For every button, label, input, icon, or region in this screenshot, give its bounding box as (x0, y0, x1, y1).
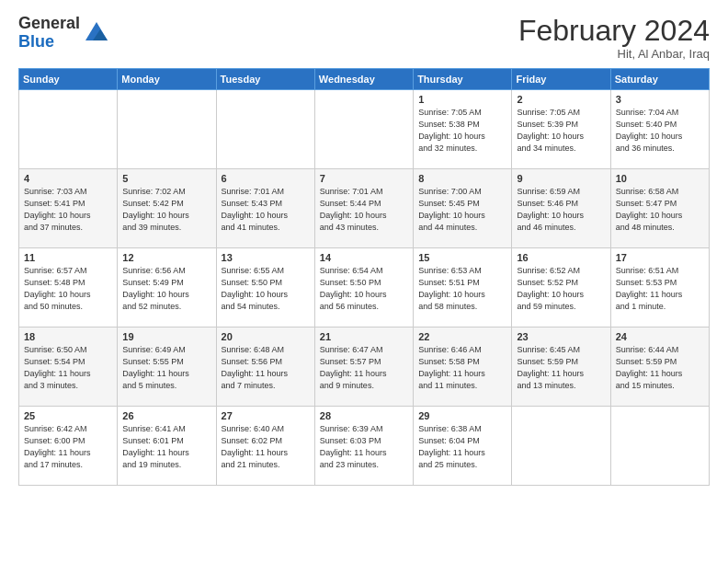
calendar-body: 1Sunrise: 7:05 AM Sunset: 5:38 PM Daylig… (19, 90, 710, 486)
logo-general-text: General (18, 15, 80, 33)
day-info: Sunrise: 7:04 AM Sunset: 5:40 PM Dayligh… (616, 107, 704, 155)
day-info: Sunrise: 6:49 AM Sunset: 5:55 PM Dayligh… (122, 344, 210, 392)
calendar-cell: 21Sunrise: 6:47 AM Sunset: 5:57 PM Dayli… (314, 327, 413, 407)
calendar-cell (512, 407, 610, 486)
day-number: 19 (122, 331, 210, 342)
calendar-cell: 5Sunrise: 7:02 AM Sunset: 5:42 PM Daylig… (118, 169, 216, 248)
day-info: Sunrise: 6:40 AM Sunset: 6:02 PM Dayligh… (222, 423, 310, 471)
weekday-header-friday: Friday (512, 69, 610, 90)
weekday-header-saturday: Saturday (610, 69, 709, 90)
day-info: Sunrise: 7:01 AM Sunset: 5:44 PM Dayligh… (320, 186, 408, 234)
calendar-cell: 2Sunrise: 7:05 AM Sunset: 5:39 PM Daylig… (512, 90, 610, 169)
week-row-1: 1Sunrise: 7:05 AM Sunset: 5:38 PM Daylig… (19, 90, 710, 169)
calendar-cell: 8Sunrise: 7:00 AM Sunset: 5:45 PM Daylig… (414, 169, 512, 248)
calendar-cell: 14Sunrise: 6:54 AM Sunset: 5:50 PM Dayli… (314, 248, 413, 327)
calendar-cell: 28Sunrise: 6:39 AM Sunset: 6:03 PM Dayli… (314, 407, 413, 486)
calendar-cell (216, 90, 314, 169)
day-info: Sunrise: 6:38 AM Sunset: 6:04 PM Dayligh… (418, 423, 506, 471)
calendar-cell: 12Sunrise: 6:56 AM Sunset: 5:49 PM Dayli… (118, 248, 216, 327)
day-number: 8 (418, 173, 506, 184)
calendar-cell (118, 90, 216, 169)
day-number: 15 (418, 252, 506, 263)
day-number: 21 (320, 331, 408, 342)
day-number: 9 (517, 173, 605, 184)
week-row-2: 4Sunrise: 7:03 AM Sunset: 5:41 PM Daylig… (19, 169, 710, 248)
calendar-cell: 20Sunrise: 6:48 AM Sunset: 5:56 PM Dayli… (216, 327, 314, 407)
calendar-cell: 4Sunrise: 7:03 AM Sunset: 5:41 PM Daylig… (19, 169, 118, 248)
day-info: Sunrise: 6:48 AM Sunset: 5:56 PM Dayligh… (222, 344, 310, 392)
logo-icon (84, 20, 109, 46)
calendar-cell: 25Sunrise: 6:42 AM Sunset: 6:00 PM Dayli… (19, 407, 118, 486)
month-title: February 2024 (518, 15, 710, 47)
day-number: 22 (418, 331, 506, 342)
day-info: Sunrise: 6:39 AM Sunset: 6:03 PM Dayligh… (320, 423, 408, 471)
day-info: Sunrise: 6:50 AM Sunset: 5:54 PM Dayligh… (24, 344, 112, 392)
week-row-5: 25Sunrise: 6:42 AM Sunset: 6:00 PM Dayli… (19, 407, 710, 486)
day-info: Sunrise: 6:51 AM Sunset: 5:53 PM Dayligh… (616, 265, 704, 313)
day-number: 29 (418, 410, 506, 421)
page: General Blue February 2024 Hit, Al Anbar… (0, 0, 728, 563)
day-info: Sunrise: 6:52 AM Sunset: 5:52 PM Dayligh… (517, 265, 605, 313)
day-number: 16 (517, 252, 605, 263)
day-number: 27 (222, 410, 310, 421)
day-number: 3 (616, 94, 704, 105)
calendar-cell: 27Sunrise: 6:40 AM Sunset: 6:02 PM Dayli… (216, 407, 314, 486)
weekday-header-thursday: Thursday (414, 69, 512, 90)
calendar-cell (610, 407, 709, 486)
day-info: Sunrise: 6:41 AM Sunset: 6:01 PM Dayligh… (122, 423, 210, 471)
calendar-cell: 10Sunrise: 6:58 AM Sunset: 5:47 PM Dayli… (610, 169, 709, 248)
day-info: Sunrise: 6:56 AM Sunset: 5:49 PM Dayligh… (122, 265, 210, 313)
day-info: Sunrise: 6:47 AM Sunset: 5:57 PM Dayligh… (320, 344, 408, 392)
calendar-cell (19, 90, 118, 169)
day-info: Sunrise: 6:57 AM Sunset: 5:48 PM Dayligh… (24, 265, 112, 313)
day-number: 1 (418, 94, 506, 105)
day-info: Sunrise: 7:03 AM Sunset: 5:41 PM Dayligh… (24, 186, 112, 234)
day-number: 24 (616, 331, 704, 342)
day-number: 5 (122, 173, 210, 184)
calendar-cell (314, 90, 413, 169)
calendar-cell: 15Sunrise: 6:53 AM Sunset: 5:51 PM Dayli… (414, 248, 512, 327)
logo: General Blue (18, 15, 109, 52)
day-info: Sunrise: 7:05 AM Sunset: 5:38 PM Dayligh… (418, 107, 506, 155)
day-number: 7 (320, 173, 408, 184)
day-number: 18 (24, 331, 112, 342)
location: Hit, Al Anbar, Iraq (518, 47, 710, 61)
day-number: 11 (24, 252, 112, 263)
day-number: 17 (616, 252, 704, 263)
day-info: Sunrise: 7:05 AM Sunset: 5:39 PM Dayligh… (517, 107, 605, 155)
day-info: Sunrise: 6:54 AM Sunset: 5:50 PM Dayligh… (320, 265, 408, 313)
day-info: Sunrise: 7:01 AM Sunset: 5:43 PM Dayligh… (222, 186, 310, 234)
day-number: 4 (24, 173, 112, 184)
calendar-cell: 1Sunrise: 7:05 AM Sunset: 5:38 PM Daylig… (414, 90, 512, 169)
calendar-cell: 24Sunrise: 6:44 AM Sunset: 5:59 PM Dayli… (610, 327, 709, 407)
calendar-cell: 17Sunrise: 6:51 AM Sunset: 5:53 PM Dayli… (610, 248, 709, 327)
day-number: 26 (122, 410, 210, 421)
day-info: Sunrise: 7:02 AM Sunset: 5:42 PM Dayligh… (122, 186, 210, 234)
calendar-cell: 7Sunrise: 7:01 AM Sunset: 5:44 PM Daylig… (314, 169, 413, 248)
calendar-table: SundayMondayTuesdayWednesdayThursdayFrid… (18, 68, 710, 486)
calendar-cell: 23Sunrise: 6:45 AM Sunset: 5:59 PM Dayli… (512, 327, 610, 407)
title-block: February 2024 Hit, Al Anbar, Iraq (518, 15, 710, 61)
day-number: 25 (24, 410, 112, 421)
calendar-cell: 16Sunrise: 6:52 AM Sunset: 5:52 PM Dayli… (512, 248, 610, 327)
day-number: 12 (122, 252, 210, 263)
day-info: Sunrise: 6:53 AM Sunset: 5:51 PM Dayligh… (418, 265, 506, 313)
day-info: Sunrise: 6:55 AM Sunset: 5:50 PM Dayligh… (222, 265, 310, 313)
weekday-header-monday: Monday (118, 69, 216, 90)
day-info: Sunrise: 6:46 AM Sunset: 5:58 PM Dayligh… (418, 344, 506, 392)
day-number: 6 (222, 173, 310, 184)
calendar-cell: 26Sunrise: 6:41 AM Sunset: 6:01 PM Dayli… (118, 407, 216, 486)
calendar-cell: 9Sunrise: 6:59 AM Sunset: 5:46 PM Daylig… (512, 169, 610, 248)
calendar-cell: 29Sunrise: 6:38 AM Sunset: 6:04 PM Dayli… (414, 407, 512, 486)
day-info: Sunrise: 6:59 AM Sunset: 5:46 PM Dayligh… (517, 186, 605, 234)
week-row-3: 11Sunrise: 6:57 AM Sunset: 5:48 PM Dayli… (19, 248, 710, 327)
calendar-cell: 22Sunrise: 6:46 AM Sunset: 5:58 PM Dayli… (414, 327, 512, 407)
day-number: 13 (222, 252, 310, 263)
calendar-cell: 18Sunrise: 6:50 AM Sunset: 5:54 PM Dayli… (19, 327, 118, 407)
logo-blue-text: Blue (18, 33, 80, 52)
calendar-cell: 13Sunrise: 6:55 AM Sunset: 5:50 PM Dayli… (216, 248, 314, 327)
day-number: 14 (320, 252, 408, 263)
weekday-header-tuesday: Tuesday (216, 69, 314, 90)
header: General Blue February 2024 Hit, Al Anbar… (18, 15, 710, 61)
day-info: Sunrise: 6:44 AM Sunset: 5:59 PM Dayligh… (616, 344, 704, 392)
